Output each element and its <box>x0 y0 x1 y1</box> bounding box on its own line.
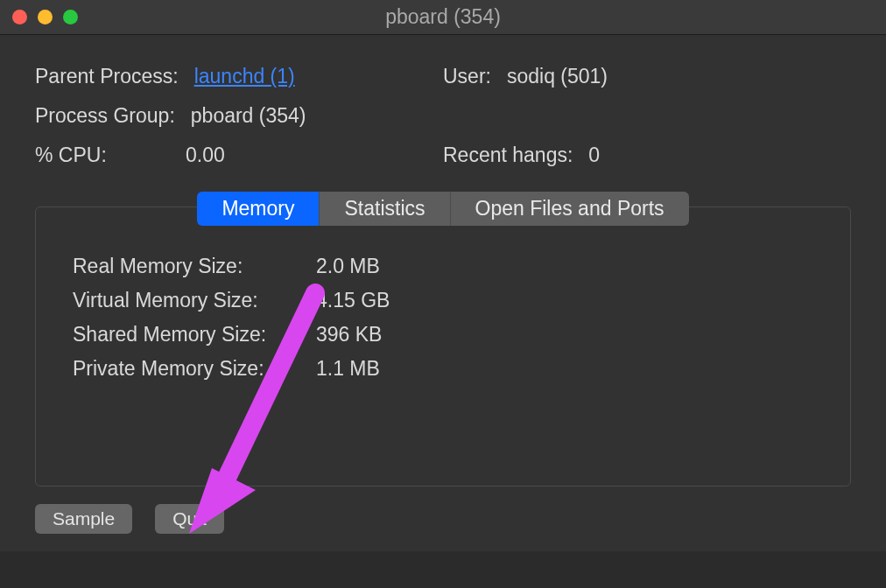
recent-hangs-label: Recent hangs: <box>443 144 573 167</box>
tabs-wrapper: Memory Statistics Open Files and Ports <box>35 192 851 226</box>
tab-statistics[interactable]: Statistics <box>320 192 450 226</box>
real-memory-label: Real Memory Size: <box>73 255 292 278</box>
tab-memory[interactable]: Memory <box>197 192 320 226</box>
tab-open-files[interactable]: Open Files and Ports <box>451 192 689 226</box>
private-memory-value: 1.1 MB <box>316 357 380 381</box>
cpu-label: % CPU: <box>35 144 170 167</box>
shared-memory-label: Shared Memory Size: <box>73 323 292 346</box>
user-row: User: sodiq (501) <box>443 65 851 88</box>
shared-memory-value: 396 KB <box>316 323 382 346</box>
quit-button[interactable]: Quit <box>155 504 224 534</box>
footer-buttons: Sample Quit <box>35 502 851 551</box>
parent-process-row: Parent Process: launchd (1) <box>35 65 443 88</box>
minimize-icon[interactable] <box>38 10 53 24</box>
user-label: User: <box>443 65 491 88</box>
memory-panel: Real Memory Size: 2.0 MB Virtual Memory … <box>35 206 851 486</box>
process-group-row: Process Group: pboard (354) <box>35 104 443 128</box>
virtual-memory-label: Virtual Memory Size: <box>73 289 292 312</box>
titlebar: pboard (354) <box>0 0 886 35</box>
tabs: Memory Statistics Open Files and Ports <box>197 192 688 226</box>
close-icon[interactable] <box>12 10 27 24</box>
content-area: Parent Process: launchd (1) User: sodiq … <box>0 35 886 551</box>
real-memory-row: Real Memory Size: 2.0 MB <box>73 249 813 284</box>
private-memory-row: Private Memory Size: 1.1 MB <box>73 352 813 386</box>
recent-hangs-value: 0 <box>588 144 600 167</box>
parent-process-label: Parent Process: <box>35 65 179 88</box>
shared-memory-row: Shared Memory Size: 396 KB <box>73 318 813 352</box>
process-group-value: pboard (354) <box>191 104 306 128</box>
cpu-value: 0.00 <box>186 144 225 167</box>
sample-button[interactable]: Sample <box>35 504 132 534</box>
memory-table: Real Memory Size: 2.0 MB Virtual Memory … <box>73 249 813 386</box>
virtual-memory-row: Virtual Memory Size: 4.15 GB <box>73 284 813 318</box>
real-memory-value: 2.0 MB <box>316 255 380 278</box>
recent-hangs-row: Recent hangs: 0 <box>443 144 851 167</box>
zoom-icon[interactable] <box>63 10 78 24</box>
user-value: sodiq (501) <box>507 65 608 88</box>
window-title: pboard (354) <box>385 5 501 29</box>
parent-process-link[interactable]: launchd (1) <box>194 65 295 88</box>
private-memory-label: Private Memory Size: <box>73 357 292 381</box>
process-group-label: Process Group: <box>35 104 175 128</box>
process-info: Parent Process: launchd (1) User: sodiq … <box>35 65 851 167</box>
traffic-lights <box>12 10 78 24</box>
cpu-row: % CPU: 0.00 <box>35 144 443 167</box>
virtual-memory-value: 4.15 GB <box>316 289 390 312</box>
